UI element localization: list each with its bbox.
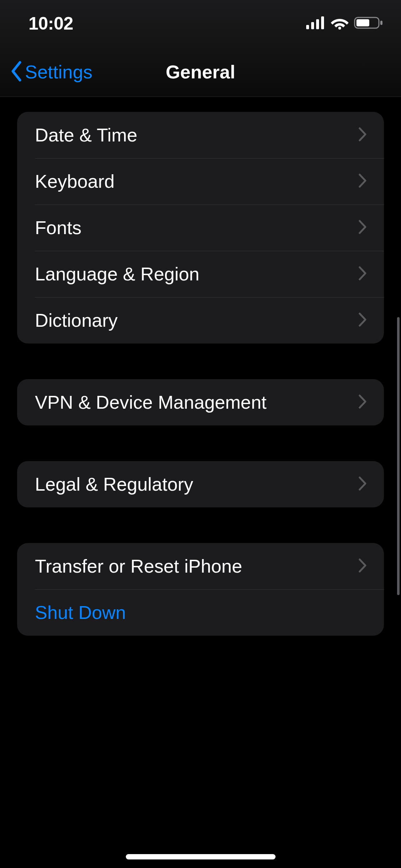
svg-point-4: [338, 27, 341, 30]
row-dictionary[interactable]: Dictionary: [17, 297, 384, 343]
settings-group: Legal & Regulatory: [17, 461, 384, 507]
row-label: Dictionary: [35, 310, 358, 331]
chevron-right-icon: [358, 127, 367, 143]
home-indicator[interactable]: [126, 854, 276, 859]
status-indicators: [306, 16, 383, 31]
row-label: Fonts: [35, 217, 358, 238]
row-language-region[interactable]: Language & Region: [17, 251, 384, 297]
settings-group: Date & Time Keyboard Fonts Language & Re…: [17, 112, 384, 343]
svg-rect-3: [321, 16, 324, 29]
svg-rect-7: [380, 21, 382, 25]
row-label: Language & Region: [35, 263, 358, 285]
wifi-icon: [330, 16, 349, 31]
chevron-right-icon: [358, 219, 367, 236]
row-label: Keyboard: [35, 171, 358, 192]
row-date-time[interactable]: Date & Time: [17, 112, 384, 158]
chevron-right-icon: [358, 476, 367, 492]
row-label: Legal & Regulatory: [35, 474, 358, 495]
battery-icon: [354, 16, 383, 31]
page-title: General: [166, 61, 235, 83]
svg-rect-1: [311, 22, 314, 29]
settings-group: Transfer or Reset iPhone Shut Down: [17, 543, 384, 636]
chevron-right-icon: [358, 558, 367, 574]
chevron-right-icon: [358, 394, 367, 410]
row-label: Shut Down: [35, 602, 367, 623]
row-label: Date & Time: [35, 124, 358, 146]
svg-rect-2: [316, 19, 319, 29]
chevron-right-icon: [358, 173, 367, 190]
row-label: VPN & Device Management: [35, 392, 358, 413]
row-label: Transfer or Reset iPhone: [35, 556, 358, 577]
navigation-bar: Settings General: [0, 47, 401, 97]
row-legal-regulatory[interactable]: Legal & Regulatory: [17, 461, 384, 507]
row-transfer-reset-iphone[interactable]: Transfer or Reset iPhone: [17, 543, 384, 589]
chevron-left-icon: [10, 61, 23, 83]
scrollbar[interactable]: [397, 125, 400, 759]
status-bar: 10:02: [0, 0, 401, 47]
back-label: Settings: [25, 61, 93, 83]
scrollbar-thumb[interactable]: [397, 317, 400, 595]
svg-rect-6: [356, 19, 369, 26]
settings-group: VPN & Device Management: [17, 379, 384, 425]
row-shut-down[interactable]: Shut Down: [17, 589, 384, 636]
cellular-signal-icon: [306, 16, 325, 31]
row-vpn-device-management[interactable]: VPN & Device Management: [17, 379, 384, 425]
row-fonts[interactable]: Fonts: [17, 205, 384, 251]
content-area: Date & Time Keyboard Fonts Language & Re…: [0, 97, 401, 868]
chevron-right-icon: [358, 312, 367, 329]
back-button[interactable]: Settings: [10, 61, 93, 83]
row-keyboard[interactable]: Keyboard: [17, 158, 384, 205]
chevron-right-icon: [358, 266, 367, 282]
svg-rect-0: [306, 25, 309, 29]
status-time: 10:02: [29, 13, 73, 34]
